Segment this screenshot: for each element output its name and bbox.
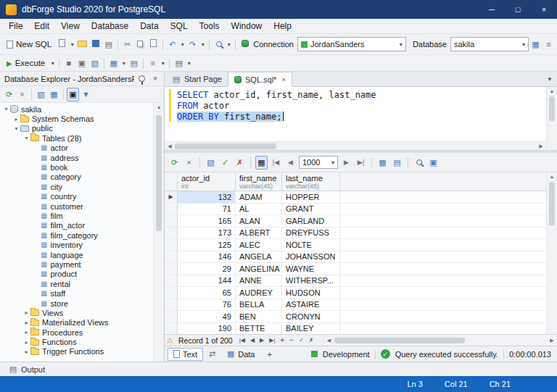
tree-item-store[interactable]: ▦store xyxy=(0,299,153,308)
tree-item-film-actor[interactable]: ▦film_actor xyxy=(0,221,153,230)
tree-item-country[interactable]: ▦country xyxy=(0,192,153,201)
snippets-icon[interactable]: ▤ xyxy=(173,57,185,70)
save-all-icon[interactable]: ▤ xyxy=(102,38,115,51)
tree-item-rental[interactable]: ▦rental xyxy=(0,279,153,288)
refresh-icon[interactable]: ⟳ xyxy=(3,88,15,101)
expander-icon[interactable]: ▸ xyxy=(22,349,30,355)
editor-lines[interactable]: SELECT actor_id, first_name, last_nameFR… xyxy=(165,87,546,141)
chevron-down-icon[interactable]: ▾ xyxy=(160,60,166,67)
cell[interactable]: 49 xyxy=(178,311,236,322)
cancel-edit-icon[interactable]: ✗ xyxy=(308,337,315,343)
paging-mode-icon[interactable]: ▦ xyxy=(255,156,268,170)
expander-icon[interactable]: ▸ xyxy=(22,329,30,335)
expander-icon[interactable]: ▸ xyxy=(22,309,30,316)
table-row[interactable]: 146ANGELAJOHANSSON xyxy=(165,251,546,264)
close-icon[interactable]: × xyxy=(531,0,557,19)
card-view-icon[interactable]: ▤ xyxy=(391,157,403,169)
expander-icon[interactable]: ▸ xyxy=(12,116,20,122)
cell[interactable]: GARLAND xyxy=(282,215,340,227)
cancel-icon[interactable]: × xyxy=(183,157,195,169)
menu-data[interactable]: Data xyxy=(134,20,164,33)
undo-icon[interactable]: ↶ xyxy=(166,38,178,51)
table-row[interactable]: 49BENCRONYN xyxy=(165,311,546,323)
column-header-last_name[interactable]: last_namevarchar(45) xyxy=(282,172,340,191)
export-icon[interactable]: ▧ xyxy=(205,157,217,169)
scroll-thumb[interactable] xyxy=(156,115,162,231)
grid-vscrollbar[interactable]: ▲ xyxy=(546,172,557,334)
end-edit-icon[interactable]: ✓ xyxy=(297,337,305,343)
scroll-up-icon[interactable]: ▲ xyxy=(154,103,164,111)
editor-vscrollbar[interactable]: ▲ xyxy=(546,87,557,150)
cell[interactable]: HOPPER xyxy=(282,191,340,203)
save-icon[interactable] xyxy=(89,38,102,51)
tree-item-actor[interactable]: ▦actor xyxy=(0,143,153,153)
table-row[interactable]: 71ALGRANT xyxy=(165,204,546,216)
explorer-vscrollbar[interactable]: ▲ xyxy=(153,103,164,362)
add-tab-button[interactable]: + xyxy=(263,350,276,359)
tree-item-product[interactable]: ▦product xyxy=(0,270,153,279)
tab-output[interactable]: ▤ Output xyxy=(3,362,51,376)
tree-item-book[interactable]: ▦book xyxy=(0,162,153,172)
tree-item-language[interactable]: ▦language xyxy=(0,250,153,259)
new-sql-button[interactable]: New SQL xyxy=(3,38,55,50)
cell[interactable]: AL xyxy=(236,204,282,215)
chevron-down-icon[interactable]: ▾ xyxy=(226,41,232,48)
tree-item-trigger-functions[interactable]: ▸Trigger Functions xyxy=(0,347,153,356)
code-line[interactable]: ORDER BY first_name; xyxy=(169,111,546,122)
tree-item-city[interactable]: ▦city xyxy=(0,182,153,191)
column-header-actor_id[interactable]: actor_idint xyxy=(178,172,236,191)
connection-select[interactable]: JordanSanders ▾ xyxy=(297,37,406,51)
expander-icon[interactable]: ▾ xyxy=(12,125,20,132)
menu-tools[interactable]: Tools xyxy=(194,20,226,33)
menu-sql[interactable]: SQL xyxy=(165,20,194,33)
tree-item-staff[interactable]: ▦staff xyxy=(0,288,153,298)
pin-icon[interactable] xyxy=(139,75,145,82)
search-icon[interactable] xyxy=(213,38,225,51)
query-plan-icon[interactable]: ▧ xyxy=(88,57,101,70)
menu-database[interactable]: Database xyxy=(86,20,134,33)
editor-hscrollbar[interactable]: ◀ ▶ xyxy=(165,141,546,150)
tab-list-chevron-icon[interactable]: ▼ xyxy=(547,76,553,83)
cell[interactable]: BAILEY xyxy=(282,323,340,335)
cell[interactable]: CRONYN xyxy=(282,311,340,322)
cell[interactable]: 173 xyxy=(178,228,236,239)
options-icon[interactable]: ≡ xyxy=(542,38,555,51)
table-row[interactable]: ▶132ADAMHOPPER xyxy=(165,191,546,204)
cell[interactable]: 190 xyxy=(178,323,236,335)
cell[interactable]: AUDREY xyxy=(236,287,282,299)
tree-item-payment[interactable]: ▦payment xyxy=(0,259,153,269)
tree-item-inventory[interactable]: ▦inventory xyxy=(0,240,153,249)
cell[interactable]: JOHANSSON xyxy=(282,251,340,263)
tab-start-page[interactable]: ▤ Start Page xyxy=(166,72,228,86)
scroll-thumb[interactable] xyxy=(549,182,555,225)
commit-icon[interactable]: ✓ xyxy=(219,157,231,169)
tree-item-system-schemas[interactable]: ▸System Schemas xyxy=(0,114,153,123)
cell[interactable]: 125 xyxy=(178,239,236,251)
expander-icon[interactable]: ▾ xyxy=(22,135,30,141)
swap-icon[interactable]: ⇄ xyxy=(206,348,218,360)
column-picker-icon[interactable]: ▣ xyxy=(427,157,440,169)
tree-item-materialized-views[interactable]: ▸Materialized Views xyxy=(0,318,153,328)
table-row[interactable]: 173ALBERTDREYFUSS xyxy=(165,228,546,240)
page-size-select[interactable]: 1000 ▾ xyxy=(299,156,338,169)
cell[interactable]: WITHERSP... xyxy=(282,275,340,287)
next-record-icon[interactable]: ▶ xyxy=(258,337,265,343)
last-page-icon[interactable]: ▶| xyxy=(355,157,367,169)
table-row[interactable]: 190BETTEBAILEY xyxy=(165,323,546,335)
layout-icon[interactable]: ▦ xyxy=(529,38,542,51)
first-page-icon[interactable]: |◀ xyxy=(270,157,282,169)
chevron-down-icon[interactable]: ▾ xyxy=(199,41,206,48)
minimize-icon[interactable]: ─ xyxy=(479,0,505,19)
stop-icon[interactable]: ■ xyxy=(62,57,75,70)
filter-icon[interactable]: ▼ xyxy=(80,88,92,101)
menu-view[interactable]: View xyxy=(55,20,86,33)
cell[interactable]: ANNE xyxy=(236,275,282,287)
scroll-thumb[interactable] xyxy=(549,96,555,121)
expander-icon[interactable]: ▸ xyxy=(22,320,30,326)
grid-hscrollbar[interactable]: ◀ ▶ xyxy=(323,335,557,346)
find-in-grid-icon[interactable] xyxy=(413,157,425,169)
profiler-icon[interactable]: ▣ xyxy=(75,57,88,70)
chevron-down-icon[interactable]: ▾ xyxy=(49,60,56,67)
cell[interactable]: GRANT xyxy=(282,204,340,215)
cell[interactable]: 29 xyxy=(178,263,236,275)
